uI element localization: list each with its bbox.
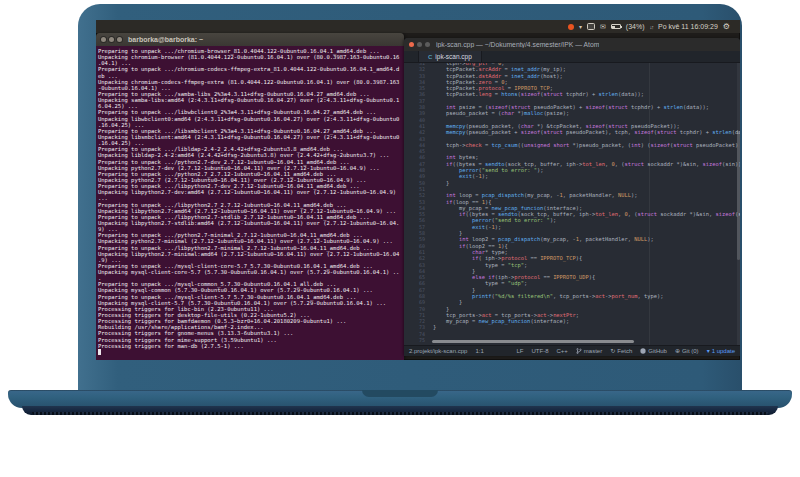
editor-body[interactable]: 3132333435363738394041424344454647484950… (404, 63, 740, 345)
editor-maximize-button[interactable] (425, 42, 430, 47)
status-git-branch[interactable]: master (576, 348, 602, 354)
laptop-mockup: ▾ ✉ (34%) ↓↑ Po kvě 11 16:09:29 ⚙ barbor… (0, 0, 800, 477)
vertical-scrollbar[interactable] (737, 63, 740, 345)
battery-icon[interactable] (611, 24, 621, 29)
tab-ipk-scan[interactable]: C ipk-scan.cpp (418, 51, 482, 62)
status-encoding[interactable]: UTF-8 (532, 348, 549, 354)
editor-titlebar[interactable]: ipk-scan.cpp — ~/Dokumenty/4.semester/IP… (404, 38, 740, 51)
status-fetch[interactable]: ↻ Fetch (610, 348, 632, 354)
editor-tabbar: C ipk-scan.cpp (404, 51, 740, 63)
terminal-maximize-button[interactable] (117, 37, 122, 42)
status-github[interactable]: GitHub (640, 348, 667, 354)
editor-statusbar: 2.projekt/ipk-scan.cpp 1:1 LF UTF-8 C++ … (404, 345, 740, 356)
network-arrows-icon[interactable]: ↓↑ (650, 24, 654, 30)
status-updates[interactable]: ▾ 1 update (707, 348, 735, 354)
terminal-output[interactable]: Preparing to unpack .../chromium-browser… (96, 46, 404, 360)
code-area[interactable]: tcph->urg_ptr = 0; tcpPacket.srcAddr = i… (430, 63, 740, 345)
editor-window: ipk-scan.cpp — ~/Dokumenty/4.semester/IP… (404, 38, 740, 356)
vertical-scrollbar-thumb[interactable] (737, 131, 740, 261)
terminal-close-button[interactable] (101, 37, 106, 42)
status-cursor-position[interactable]: 1:1 (475, 348, 483, 354)
terminal-titlebar[interactable]: barborka@barborka: ~ (96, 33, 404, 46)
cpp-file-icon: C (428, 54, 432, 60)
indicator-caret-icon[interactable]: ▾ (579, 24, 582, 30)
sync-icon: ↻ (610, 348, 615, 354)
terminal-lines: Preparing to unpack .../chromium-browser… (98, 48, 402, 349)
line-number-gutter[interactable]: 3132333435363738394041424344454647484950… (404, 63, 430, 345)
github-icon (640, 348, 646, 354)
top-panel: ▾ ✉ (34%) ↓↑ Po kvě 11 16:09:29 ⚙ (96, 20, 740, 33)
desktop-screen: ▾ ✉ (34%) ↓↑ Po kvě 11 16:09:29 ⚙ barbor… (96, 20, 740, 360)
editor-window-title: ipk-scan.cpp — ~/Dokumenty/4.semester/IP… (436, 41, 599, 48)
status-grammar[interactable]: C++ (557, 348, 568, 354)
git-branch-icon (576, 348, 582, 354)
laptop-base-notch (362, 390, 438, 397)
horizontal-scrollbar[interactable] (432, 340, 634, 343)
clock[interactable]: Po kvě 11 16:09:29 (658, 23, 718, 30)
messages-envelope-icon[interactable]: ✉ (600, 23, 606, 30)
status-git-changes[interactable]: ⊕ Git (0) (675, 348, 699, 354)
terminal-minimize-button[interactable] (109, 37, 114, 42)
status-line-ending[interactable]: LF (516, 348, 523, 354)
wrap-guide (649, 63, 650, 345)
tab-label: ipk-scan.cpp (435, 53, 472, 60)
status-file-path[interactable]: 2.projekt/ipk-scan.cpp (409, 348, 467, 354)
editor-minimize-button[interactable] (417, 42, 422, 47)
battery-percentage[interactable]: (34%) (626, 23, 645, 30)
session-gear-icon[interactable]: ⚙ (723, 23, 730, 31)
terminal-window: barborka@barborka: ~ Preparing to unpack… (96, 33, 404, 360)
keyboard-layout-icon[interactable] (587, 23, 595, 30)
laptop-bottom-edge (22, 406, 778, 415)
terminal-title: barborka@barborka: ~ (128, 36, 203, 43)
git-plus-icon: ⊕ (675, 348, 680, 354)
update-arrow-icon: ▾ (707, 348, 710, 354)
editor-close-button[interactable] (409, 42, 414, 47)
terminal-cursor (98, 349, 101, 354)
software-updater-icon[interactable] (568, 24, 574, 30)
